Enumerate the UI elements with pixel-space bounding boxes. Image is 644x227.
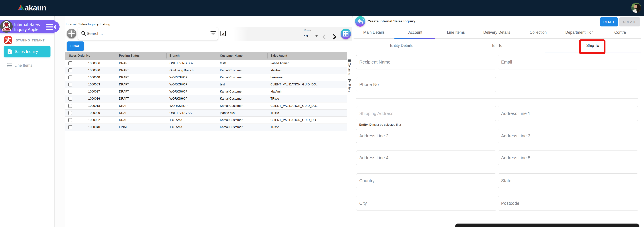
- svg-text:2: 2: [222, 32, 224, 36]
- svg-text:$: $: [8, 50, 10, 53]
- svg-text:fi: fi: [4, 29, 5, 30]
